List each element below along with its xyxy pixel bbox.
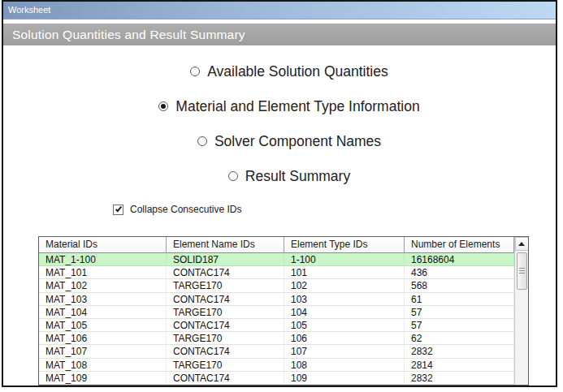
radio-option-label: Available Solution Quantities bbox=[207, 63, 388, 80]
table-row[interactable]: MAT_106TARGE17010662 bbox=[39, 332, 514, 345]
table-cell: 2832 bbox=[405, 345, 514, 358]
table-row[interactable]: MAT_102TARGE170102568 bbox=[39, 279, 514, 292]
table-cell: MAT_106 bbox=[39, 332, 167, 345]
table-row[interactable]: MAT_105CONTAC17410557 bbox=[39, 319, 514, 332]
table-row[interactable]: MAT_1-100SOLID1871-10016168604 bbox=[39, 253, 514, 266]
table-row[interactable]: MAT_108TARGE1701082814 bbox=[39, 359, 514, 372]
radio-option-0[interactable]: Available Solution Quantities bbox=[15, 63, 563, 80]
table-cell: MAT_103 bbox=[39, 293, 167, 306]
column-header-2[interactable]: Element Type IDs bbox=[284, 237, 405, 253]
column-header-0[interactable]: Material IDs bbox=[39, 237, 167, 253]
table-body: MAT_1-100SOLID1871-10016168604MAT_101CON… bbox=[39, 253, 514, 385]
table-cell: CONTAC174 bbox=[167, 372, 284, 385]
radio-option-1[interactable]: Material and Element Type Information bbox=[15, 98, 563, 114]
worksheet-pane: Worksheet Solution Quantities and Result… bbox=[0, 0, 563, 392]
table-cell: TARGE170 bbox=[167, 359, 284, 372]
table-cell: MAT_107 bbox=[39, 345, 167, 358]
table-cell: 61 bbox=[405, 293, 514, 306]
radio-option-label: Material and Element Type Information bbox=[175, 98, 419, 115]
scrollbar-thumb[interactable] bbox=[517, 252, 527, 290]
table-cell: MAT_102 bbox=[39, 279, 167, 292]
radio-option-2[interactable]: Solver Component Names bbox=[15, 133, 563, 149]
radio-button-icon bbox=[158, 101, 168, 111]
view-radio-group: Available Solution QuantitiesMaterial an… bbox=[15, 63, 563, 203]
table-cell: TARGE170 bbox=[167, 332, 284, 345]
up-arrow-icon bbox=[518, 242, 525, 246]
table-cell: 103 bbox=[284, 293, 405, 306]
checkbox-label: Collapse Consecutive IDs bbox=[130, 204, 241, 215]
radio-option-3[interactable]: Result Summary bbox=[15, 168, 563, 184]
table-cell: 107 bbox=[284, 345, 405, 358]
table-cell: TARGE170 bbox=[167, 306, 284, 319]
section-header: Solution Quantities and Result Summary bbox=[3, 24, 557, 45]
table-cell: 105 bbox=[284, 319, 405, 332]
table-cell: MAT_108 bbox=[39, 359, 167, 372]
table-cell: 2832 bbox=[405, 372, 514, 385]
table-cell: 57 bbox=[405, 319, 514, 332]
table-cell: MAT_101 bbox=[39, 266, 167, 279]
table-cell: 1-100 bbox=[284, 253, 405, 266]
table-cell: 108 bbox=[284, 359, 405, 372]
radio-dot bbox=[161, 104, 166, 109]
table-row[interactable]: MAT_109CONTAC1741092832 bbox=[39, 372, 514, 385]
check-mark-icon bbox=[115, 205, 121, 213]
table-cell: TARGE170 bbox=[167, 279, 284, 292]
window-title-bar: Worksheet bbox=[3, 2, 557, 19]
table-cell: MAT_109 bbox=[39, 372, 167, 385]
table-cell: 102 bbox=[284, 279, 405, 292]
table-cell: 568 bbox=[405, 279, 514, 292]
table-cell: MAT_104 bbox=[39, 306, 167, 319]
table-cell: 2814 bbox=[405, 359, 514, 372]
collapse-consecutive-ids-checkbox-row[interactable]: Collapse Consecutive IDs bbox=[113, 204, 241, 215]
table-cell: 101 bbox=[284, 266, 405, 279]
table-cell: 109 bbox=[284, 372, 405, 385]
radio-option-label: Result Summary bbox=[245, 168, 350, 185]
table-cell: CONTAC174 bbox=[167, 293, 284, 306]
table-cell: 104 bbox=[284, 306, 405, 319]
table-cell: CONTAC174 bbox=[167, 345, 284, 358]
table-cell: CONTAC174 bbox=[167, 266, 284, 279]
table-cell: MAT_105 bbox=[39, 319, 167, 332]
scroll-up-button[interactable] bbox=[515, 237, 529, 251]
column-header-3[interactable]: Number of Elements bbox=[405, 237, 514, 253]
table-row[interactable]: MAT_104TARGE17010457 bbox=[39, 306, 514, 319]
page-title: Solution Quantities and Result Summary bbox=[12, 28, 245, 41]
table-cell: CONTAC174 bbox=[167, 319, 284, 332]
table-cell: MAT_1-100 bbox=[39, 253, 167, 266]
radio-button-icon bbox=[197, 136, 207, 146]
table-row[interactable]: MAT_101CONTAC174101436 bbox=[39, 266, 514, 279]
material-element-table: Material IDsElement Name IDsElement Type… bbox=[38, 236, 529, 386]
table-header-row: Material IDsElement Name IDsElement Type… bbox=[39, 237, 514, 253]
radio-button-icon bbox=[228, 171, 238, 181]
window-title: Worksheet bbox=[8, 5, 50, 15]
table-cell: 57 bbox=[405, 306, 514, 319]
radio-button-icon bbox=[190, 67, 200, 76]
vertical-scrollbar[interactable] bbox=[514, 237, 528, 385]
column-header-1[interactable]: Element Name IDs bbox=[167, 237, 284, 253]
table-row[interactable]: MAT_103CONTAC17410361 bbox=[39, 293, 514, 306]
table-cell: 436 bbox=[405, 266, 514, 279]
table-row[interactable]: MAT_107CONTAC1741072832 bbox=[39, 345, 514, 358]
table-cell: 16168604 bbox=[405, 253, 514, 266]
radio-option-label: Solver Component Names bbox=[214, 133, 381, 150]
table-cell: 62 bbox=[405, 332, 514, 345]
scrollbar-grip-icon bbox=[519, 268, 525, 274]
table-cell: SOLID187 bbox=[167, 253, 284, 266]
checkbox-icon[interactable] bbox=[113, 205, 123, 215]
table-cell: 106 bbox=[284, 332, 405, 345]
